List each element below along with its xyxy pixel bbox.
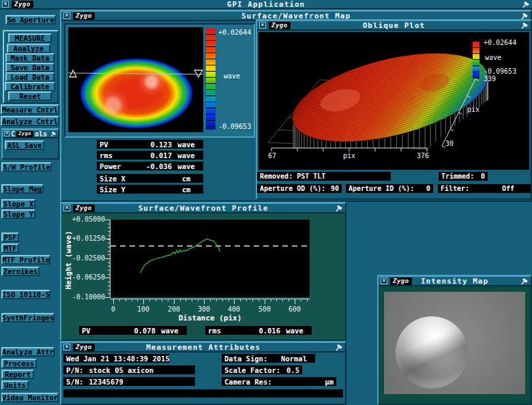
profile-ytick-1: +0.01250 <box>65 235 105 242</box>
profile-stat-pv: PV0.078wave <box>79 326 187 335</box>
profile-stat-rms: rms0.016wave <box>205 326 312 335</box>
pushpin-icon[interactable] <box>522 1 530 8</box>
oblique-right-axis-label: pix <box>467 106 479 113</box>
attr-window-title: Measurement Attributes <box>61 343 345 352</box>
profile-ytick-4: -0.10000 <box>65 293 105 301</box>
removed-field[interactable]: Removed: PST TLT <box>257 172 391 181</box>
zygo-logo: Zygo <box>390 278 412 285</box>
data-sign-field[interactable]: Data Sign:Normal <box>222 354 315 363</box>
app-title: GPI Application <box>0 0 532 9</box>
filter-field[interactable]: Filter:Off <box>438 184 531 193</box>
oblique-window-title: Oblique Plot <box>257 21 531 30</box>
map-stat-power: Power-0.036wave <box>97 162 203 170</box>
minimize-icon[interactable]: × <box>63 344 70 350</box>
intensity-titlebar[interactable]: × Zygo Intensity Map <box>379 276 531 286</box>
minimize-icon[interactable]: × <box>4 131 10 136</box>
surface-wavefront-profile-window: × Zygo Surface/Wavefront Profile Height … <box>60 202 346 341</box>
analyze-button[interactable]: Analyze <box>7 44 50 53</box>
app-titlebar[interactable]: × Zygo GPI Application <box>0 0 532 10</box>
aperture-id-field[interactable]: Aperture ID (%):0 <box>346 184 433 193</box>
profile-ytick-0: +0.05000 <box>65 215 105 223</box>
zygo-logo: Zygo <box>12 1 33 8</box>
mask-data-button[interactable]: Mask Data <box>5 53 55 63</box>
profile-slice-line[interactable] <box>68 27 203 132</box>
oblique-plot-window: × Zygo Oblique Plot <box>256 19 532 200</box>
pushpin-icon[interactable] <box>521 12 529 20</box>
sidebar-item-mtf[interactable]: MTF <box>1 243 19 253</box>
pushpin-icon[interactable] <box>336 344 343 351</box>
sidebar-item-slope-mag[interactable]: Slope Mag <box>1 184 44 194</box>
sidebar-item-analyze-attr[interactable]: Analyze Attr <box>1 347 55 357</box>
calibrate-button[interactable]: Calibrate <box>5 82 55 91</box>
profile-titlebar[interactable]: × Zygo Surface/Wavefront Profile <box>61 203 345 213</box>
profile-xtick-5: 500 <box>254 305 275 313</box>
scale-factor-field[interactable]: Scale Factor:0.5 <box>222 365 302 374</box>
part-number-field[interactable]: P/N:stock 05 axicon <box>63 365 195 374</box>
save-data-button[interactable]: Save Data <box>5 63 55 72</box>
map-colorbar <box>206 29 216 130</box>
pushpin-icon[interactable] <box>336 205 343 212</box>
minimize-icon[interactable]: × <box>381 278 387 284</box>
trimmed-field[interactable]: Trimmed:0 <box>439 172 488 181</box>
analyze-cntrl-button[interactable]: Analyze Cntrl <box>1 116 59 126</box>
minimize-icon[interactable]: × <box>63 12 70 19</box>
sidebar-item-units[interactable]: Units <box>1 380 29 390</box>
asl-save-button[interactable]: ASL_Save <box>5 140 44 150</box>
map-colorbar-max: +0.02644 <box>218 29 251 36</box>
zygo-logo: Zygo <box>269 22 291 29</box>
load-data-button[interactable]: Load Data <box>5 72 55 82</box>
controls-window: × C Zygo ols ASL_Save <box>1 128 59 160</box>
controls-titlebar[interactable]: × C Zygo ols <box>3 130 58 138</box>
sidebar-item-sm-aperture[interactable]: Sm Aperture <box>5 15 56 25</box>
pushpin-icon[interactable] <box>521 278 529 285</box>
sidebar-item-mtf-profile[interactable]: MTF Profile <box>1 255 50 265</box>
map-image[interactable] <box>68 27 203 132</box>
zygo-logo: Zygo <box>73 344 95 351</box>
serial-number-field[interactable]: S/N:12345679 <box>63 377 195 386</box>
measure-button[interactable]: MEASURE <box>8 33 52 43</box>
map-stat-size-x: Size Xcm <box>97 174 203 183</box>
aperture-od-field[interactable]: Aperture OD (%):90 <box>257 184 342 193</box>
measure-cntrl-button[interactable]: Measure Cntrl <box>1 104 59 115</box>
oblique-titlebar[interactable]: × Zygo Oblique Plot <box>257 20 531 31</box>
sidebar-item-sw-profile[interactable]: S/W Profile <box>1 162 52 172</box>
sidebar-item-zernikes[interactable]: Zernikes <box>1 267 40 276</box>
map-panel: +0.02644 wave -0.09653 <box>64 23 255 138</box>
profile-plot-area <box>110 220 310 297</box>
profile-y-ruler <box>105 220 110 298</box>
profile-trace <box>141 239 220 273</box>
intensity-map-window: × Zygo Intensity Map <box>377 275 532 405</box>
sidebar-item-psf[interactable]: PSF <box>1 232 19 242</box>
map-colorbar-unit: wave <box>224 72 240 80</box>
sidebar-item-slope-y[interactable]: Slope Y <box>1 209 35 219</box>
map-stat-size-y: Size Ycm <box>97 185 203 194</box>
profile-ytick-2: -0.02500 <box>65 254 105 262</box>
intensity-part-disc <box>396 316 468 389</box>
sidebar-item-slope-x[interactable]: Slope X <box>1 199 35 209</box>
sidebar-item-synthfringes[interactable]: SynthFringes <box>1 313 55 322</box>
minimize-icon[interactable]: × <box>259 22 266 29</box>
sidebar-item-process[interactable]: Process <box>1 359 37 368</box>
oblique-x-axis-label: pix <box>343 152 355 160</box>
oblique-colorbar-unit: wave <box>485 54 501 61</box>
sidebar-item-iso-10110-5[interactable]: ISO 10110-5 <box>1 290 50 299</box>
sidebar-item-video-monitor[interactable]: Video Monitor <box>1 393 59 402</box>
minimize-icon[interactable]: × <box>2 1 9 7</box>
profile-xtick-4: 400 <box>224 305 244 313</box>
sidebar-item-report[interactable]: Report <box>1 370 34 379</box>
oblique-plot-area: 67 pix 376 30 pix +0.02644 wave -0.09653… <box>258 32 529 170</box>
profile-ytick-3: -0.06250 <box>65 273 105 281</box>
profile-xtick-3: 300 <box>194 305 214 313</box>
comment-field[interactable] <box>63 389 343 397</box>
attr-titlebar[interactable]: × Zygo Measurement Attributes <box>61 342 345 352</box>
camera-res-field[interactable]: Camera Res:µm <box>222 377 336 386</box>
pushpin-icon[interactable] <box>50 131 57 137</box>
oblique-x-max-label: 376 <box>417 152 429 160</box>
reset-button[interactable]: Reset <box>8 91 52 101</box>
gpi-application: × Zygo GPI Application Sm Aperture MEASU… <box>0 0 532 405</box>
map-colorbar-min: -0.09653 <box>218 123 251 130</box>
intensity-image <box>384 292 525 394</box>
minimize-icon[interactable]: × <box>63 205 70 211</box>
pushpin-icon[interactable] <box>521 22 529 29</box>
timestamp-field[interactable]: Wed Jan 21 13:48:39 2015 <box>63 354 169 363</box>
